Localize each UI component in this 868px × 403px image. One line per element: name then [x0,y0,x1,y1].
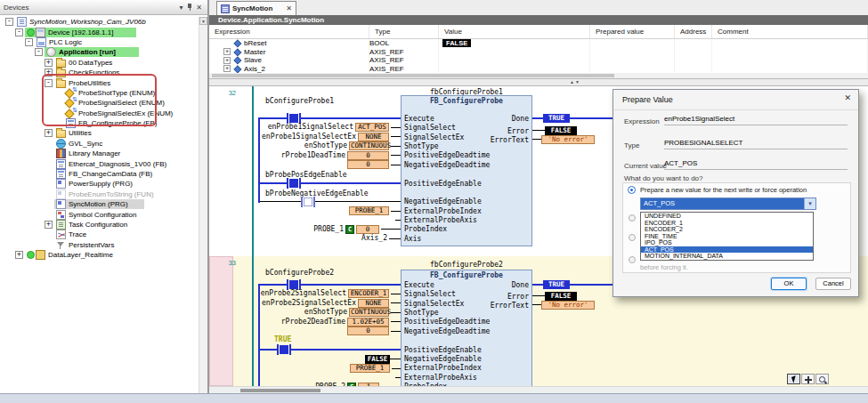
expand-toggle[interactable]: + [45,69,53,77]
zoom-tool-button[interactable] [815,374,829,384]
value-badge[interactable]: NONE [358,299,389,308]
expand-toggle[interactable]: + [223,57,231,64]
error-value-badge[interactable]: FALSE [545,292,577,301]
expand-toggle[interactable]: + [45,221,53,229]
dropdown-option[interactable]: FINE_TIME [641,233,813,240]
expand-toggle[interactable]: - [45,79,53,87]
pan-tool-button[interactable] [801,374,815,384]
expand-toggle[interactable]: + [15,251,23,259]
dialog-close-icon[interactable]: ✕ [844,93,851,102]
tree-item[interactable]: + Task Configuration [0,220,199,230]
done-value-badge[interactable]: TRUE [543,280,570,289]
panel-close-icon[interactable]: ✕ [194,4,204,12]
panel-menu-icon[interactable]: ▾ [176,4,186,12]
tree-item[interactable]: ProbeSignalSelect (ENUM) [0,98,199,108]
prepare-radio[interactable] [628,186,636,194]
tab-syncmotion[interactable]: SyncMotion ✕ [216,1,296,15]
value-badge[interactable]: PROBE_1 [350,364,390,373]
combobox-dropdown-icon[interactable]: ▾ [804,198,815,209]
select-tool-button[interactable] [787,374,800,384]
value-badge[interactable]: FALSE [442,39,471,47]
tree-item[interactable]: SyncMotion (PRG) [0,199,199,209]
tree-scrollbar[interactable]: ▼ [199,17,207,393]
value-badge[interactable]: 0 [347,160,389,169]
scrollbar-thumb[interactable] [240,389,320,392]
watch-row[interactable]: bReset BOOL FALSE [209,39,868,48]
expand-toggle[interactable]: + [45,129,53,137]
value-badge[interactable]: FALSE [365,355,390,364]
tree-item[interactable]: - SyncMotion_Workshop_Cam_JV06b [0,17,199,27]
tree-item[interactable]: - Application [run] [0,47,199,57]
expand-toggle[interactable]: - [35,48,43,56]
tree-item[interactable]: ProbeSignalSelectEx (ENUM) [0,109,199,118]
value-badge[interactable]: 0 [347,326,389,335]
dropdown-option[interactable]: IPO_POS [641,239,813,246]
tree-item[interactable]: PowerSupply (PRG) [0,179,199,189]
cancel-button[interactable]: Cancel [815,278,851,290]
value-badge[interactable]: CONTINUOUS [349,308,389,317]
tree-item[interactable]: ProbeEnumToString (FUN) [0,189,199,199]
expand-toggle[interactable]: + [223,65,231,72]
prepared-value-cell[interactable] [590,56,675,65]
watch-row[interactable]: + Slave AXIS_REF [209,56,868,65]
tree-item[interactable]: - PLC Logic [0,37,199,47]
prepared-value-cell[interactable] [590,48,675,57]
tree-item[interactable]: + 00 DataTypes [0,58,199,68]
tree-item[interactable]: Library Manager [0,149,199,158]
tree-item[interactable]: PersistentVars [0,240,199,250]
tree-item[interactable]: + CheckFunctions [0,68,199,77]
watch-row[interactable]: + Master AXIS_REF [209,48,868,57]
tree-item[interactable]: - ProbeUtilities [0,77,199,87]
contact-bProbePosEdgeEnable[interactable] [287,178,301,189]
tree-item-label: CheckFunctions [69,69,119,77]
expand-toggle[interactable]: + [223,48,231,55]
dropdown-option[interactable]: ENCODER_2 [641,226,813,233]
scrollbar-thumb[interactable] [212,74,614,77]
pane-splitter[interactable]: ▲▼ [209,78,868,86]
contact-bConfigureProbe2[interactable] [287,279,301,290]
splitter-grip-icon[interactable]: ▲▼ [570,79,580,85]
value-badge[interactable]: 0 [356,225,379,234]
prepared-value-cell[interactable] [590,39,675,48]
dropdown-option[interactable]: MOTION_INTERNAL_DATA [641,253,813,260]
scroll-arrow-icon[interactable]: ▼ [199,17,207,25]
value-badge[interactable]: 1.02E+05 [347,318,389,326]
dropdown-option[interactable]: ACT_POS [641,246,813,254]
pin-icon[interactable] [186,3,194,12]
ok-button[interactable]: OK [771,278,807,290]
dropdown-option[interactable]: UNDEFINED [641,213,813,220]
contact-true[interactable] [277,344,291,355]
value-badge[interactable]: PROBE_1 [349,206,389,215]
value-combobox[interactable]: ACT_POS ▾ [640,197,816,210]
tree-item[interactable]: ProbeShotType (ENUM) [0,88,199,98]
value-badge[interactable]: CONTINUOUS [349,141,389,150]
tree-item[interactable]: + DataLayer_Realtime [0,250,199,260]
tree-item[interactable]: FB_ConfigureProbe (FB) [0,118,199,128]
tree-item[interactable]: + Utilities [0,128,199,138]
expand-toggle[interactable]: - [15,28,23,36]
tree-item[interactable]: Symbol Configuration [0,209,199,219]
expand-toggle[interactable]: + [45,59,53,67]
expand-toggle[interactable]: - [25,38,33,46]
tree-item[interactable]: Ethercat_Diagnosis_1V00 (FB) [0,158,199,168]
watch-row[interactable]: + Axis_2 AXIS_REF [209,65,868,74]
tree-item[interactable]: GVL_Sync [0,139,199,149]
tree-item[interactable]: - Device [192.168.1.1] [0,27,199,36]
tree-item[interactable]: FB_ChangeCamData (FB) [0,169,199,179]
value-badge[interactable]: ENCODER_1 [348,289,389,298]
prepared-value-cell[interactable] [590,65,675,74]
errortext-value-badge[interactable]: 'No error' [541,135,595,144]
done-value-badge[interactable]: TRUE [543,114,570,123]
tab-close-icon[interactable]: ✕ [286,4,292,12]
errortext-value-badge[interactable]: 'No error' [541,301,595,310]
dropdown-option[interactable]: ENCODER_1 [641,220,813,227]
expand-toggle[interactable]: - [5,18,13,26]
error-value-badge[interactable]: FALSE [545,126,577,135]
editor-horizontal-scrollbar[interactable] [209,386,868,393]
value-badge[interactable]: NONE [358,133,389,141]
contact-bProbeNegativeEdgeEnable[interactable] [301,197,315,207]
tree-item[interactable]: Trace [0,230,199,239]
value-badge[interactable]: 0 [347,151,389,160]
value-badge[interactable]: ACT_POS [355,123,389,132]
contact-bConfigureProbe1[interactable] [287,113,301,124]
